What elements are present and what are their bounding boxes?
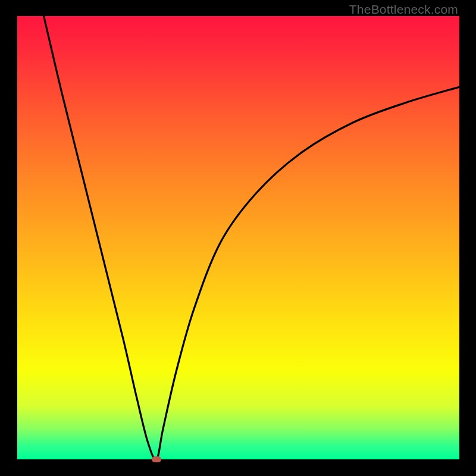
bottleneck-curve: [17, 16, 459, 459]
chart-frame: TheBottleneck.com: [0, 0, 476, 476]
attribution-text: TheBottleneck.com: [349, 2, 458, 17]
curve-path: [44, 16, 459, 460]
optimal-point-marker: [152, 456, 161, 462]
plot-area: [17, 16, 459, 459]
